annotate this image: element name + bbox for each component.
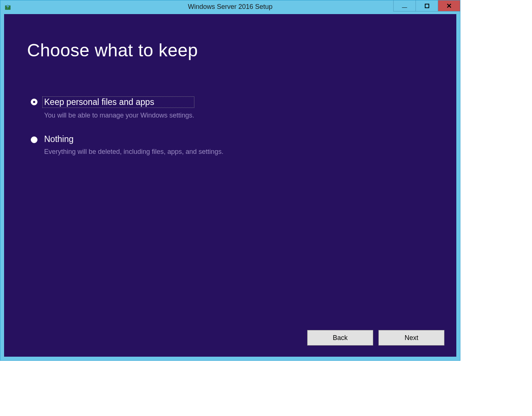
maximize-button[interactable] (416, 0, 438, 11)
button-bar: Back Next (307, 330, 444, 346)
radio-keep-files[interactable] (31, 99, 37, 105)
page-heading: Choose what to keep (27, 40, 198, 60)
content-area: Choose what to keep Keep personal files … (4, 14, 456, 357)
minimize-button[interactable]: _ (393, 0, 416, 11)
option-nothing[interactable]: Nothing Everything will be deleted, incl… (31, 134, 223, 156)
option-description: You will be able to manage your Windows … (44, 112, 194, 119)
window-controls: _ ✕ (393, 0, 460, 11)
option-text: Keep personal files and apps You will be… (44, 96, 194, 119)
radio-nothing[interactable] (31, 136, 37, 143)
option-keep-files[interactable]: Keep personal files and apps You will be… (31, 96, 223, 119)
window-title: Windows Server 2016 Setup (188, 3, 272, 11)
back-button[interactable]: Back (307, 330, 373, 346)
option-description: Everything will be deleted, including fi… (44, 148, 223, 156)
setup-icon (5, 4, 12, 10)
close-button[interactable]: ✕ (438, 0, 460, 11)
options-group: Keep personal files and apps You will be… (31, 96, 223, 171)
option-label: Keep personal files and apps (42, 96, 194, 108)
option-label: Nothing (44, 134, 223, 144)
option-text: Nothing Everything will be deleted, incl… (44, 134, 223, 156)
setup-window: Windows Server 2016 Setup _ ✕ Choose wha… (0, 0, 460, 361)
next-button[interactable]: Next (378, 330, 444, 346)
titlebar: Windows Server 2016 Setup _ ✕ (0, 0, 460, 13)
